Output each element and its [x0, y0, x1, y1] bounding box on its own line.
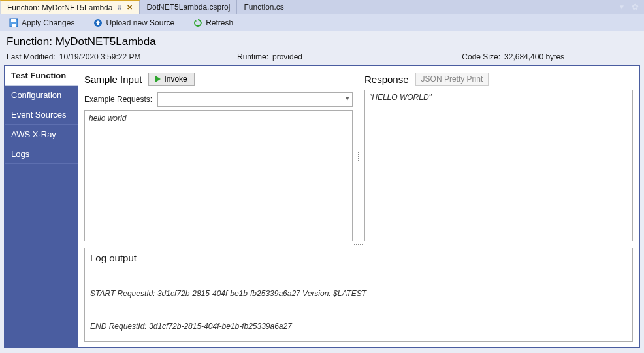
pin-icon[interactable]: ⇩: [116, 3, 123, 12]
sidebar-filler: [5, 164, 78, 347]
close-icon[interactable]: ✕: [127, 3, 133, 12]
sample-input-textarea[interactable]: hello world: [84, 110, 353, 241]
invoke-button[interactable]: Invoke: [148, 73, 194, 86]
sidebar-item-logs[interactable]: Logs: [5, 144, 78, 164]
save-icon: [9, 18, 18, 27]
example-requests-combo[interactable]: [157, 92, 353, 107]
response-heading: Response: [364, 74, 409, 85]
main-panel: Test Function Configuration Event Source…: [4, 65, 640, 348]
function-header: Function: MyDotNET5Lambda: [0, 31, 644, 50]
last-modified-value: 10/19/2020 3:59:22 PM: [59, 52, 141, 61]
sidebar-item-event-sources[interactable]: Event Sources: [5, 105, 78, 125]
function-meta: Last Modified: 10/19/2020 3:59:22 PM Run…: [0, 50, 644, 65]
log-output-panel: Log output START RequestId: 3d1cf72b-281…: [84, 248, 633, 342]
tab-function[interactable]: Function: MyDotNET5Lambda ⇩ ✕: [0, 0, 140, 14]
response-panel: Response JSON Pretty Print "HELLO WORLD": [364, 71, 633, 241]
svg-rect-1: [11, 19, 16, 22]
runtime-label: Runtime:: [237, 52, 268, 61]
tab-label: Function.cs: [244, 3, 283, 12]
upload-icon: [93, 18, 103, 27]
gear-icon[interactable]: ✿: [632, 2, 639, 12]
sidebar-item-test-function[interactable]: Test Function: [5, 66, 78, 86]
toolbar-label: Upload new Source: [106, 18, 174, 27]
svg-rect-2: [12, 24, 16, 27]
play-icon: [155, 76, 161, 82]
code-size-value: 32,684,400 bytes: [504, 52, 564, 61]
apply-changes-button[interactable]: Apply Changes: [4, 17, 80, 29]
content-area: Sample Input Invoke Example Requests: he…: [78, 66, 639, 347]
tab-label: Function: MyDotNET5Lambda: [7, 3, 112, 12]
document-tabbar: Function: MyDotNET5Lambda ⇩ ✕ DotNET5Lam…: [0, 0, 644, 14]
log-line: END RequestId: 3d1cf72b-2815-404f-be1b-f…: [90, 321, 627, 332]
log-line: START RequestId: 3d1cf72b-2815-404f-be1b…: [90, 288, 627, 299]
vertical-splitter[interactable]: [84, 241, 633, 248]
upload-source-button[interactable]: Upload new Source: [88, 17, 180, 29]
toolbar: Apply Changes Upload new Source Refresh: [0, 14, 644, 31]
last-modified-label: Last Modified:: [7, 52, 56, 61]
dropdown-icon[interactable]: ▼: [619, 3, 625, 10]
horizontal-splitter[interactable]: [357, 71, 361, 241]
sample-input-heading: Sample Input: [84, 74, 142, 85]
refresh-icon: [193, 18, 202, 27]
sidebar-item-configuration[interactable]: Configuration: [5, 86, 78, 105]
json-pretty-print-button[interactable]: JSON Pretty Print: [415, 73, 489, 86]
runtime-value: provided: [272, 52, 302, 61]
test-row: Sample Input Invoke Example Requests: he…: [84, 71, 633, 241]
page-title: Function: MyDotNET5Lambda: [7, 35, 637, 48]
toolbar-label: Refresh: [206, 18, 233, 27]
sample-input-panel: Sample Input Invoke Example Requests: he…: [84, 71, 353, 241]
log-output-heading: Log output: [90, 252, 627, 263]
toolbar-label: Apply Changes: [22, 18, 74, 27]
log-body[interactable]: START RequestId: 3d1cf72b-2815-404f-be1b…: [90, 266, 627, 353]
separator: [84, 18, 84, 28]
side-nav: Test Function Configuration Event Source…: [5, 66, 78, 347]
sidebar-item-aws-xray[interactable]: AWS X-Ray: [5, 125, 78, 144]
code-size-label: Code Size:: [462, 52, 500, 61]
example-requests-label: Example Requests:: [84, 95, 152, 104]
separator: [184, 18, 184, 28]
tabbar-right: ▼ ✿: [619, 0, 644, 14]
tab-label: DotNET5Lambda.csproj: [146, 3, 230, 12]
response-textarea[interactable]: "HELLO WORLD": [364, 90, 633, 241]
refresh-button[interactable]: Refresh: [188, 17, 238, 29]
tab-csproj[interactable]: DotNET5Lambda.csproj: [140, 0, 237, 14]
tab-function-cs[interactable]: Function.cs: [237, 0, 291, 14]
